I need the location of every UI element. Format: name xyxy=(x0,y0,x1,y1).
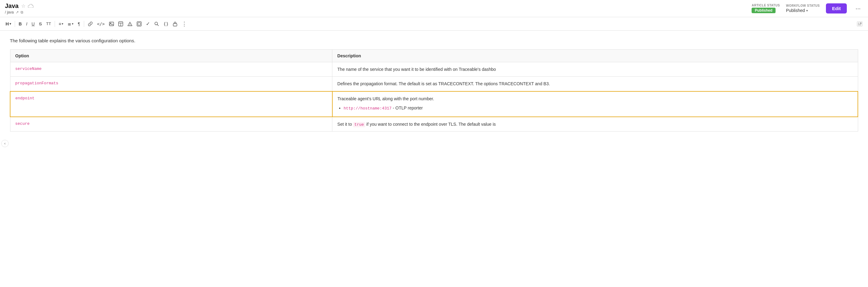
table-row: secure Set it to true if you want to con… xyxy=(10,117,858,132)
top-bar: Java ☆ / java ↗ ⧉ ARTICLE STATUS Publish… xyxy=(0,0,868,17)
toolbar-right xyxy=(855,20,864,28)
tt-button[interactable]: TT xyxy=(44,20,53,27)
ordered-list-button[interactable]: ≣ ▾ xyxy=(66,20,75,28)
desc-text-propagationformats: Defines the propagation format. The defa… xyxy=(337,81,550,86)
top-bar-right: ARTICLE STATUS Published WORKFLOW STATUS… xyxy=(752,3,863,13)
option-cell-propagationformats: propagationFormats xyxy=(10,77,332,92)
workflow-status-dropdown[interactable]: Published ▾ xyxy=(786,8,808,13)
heading-button[interactable]: H ▾ xyxy=(4,20,13,28)
desc-text-secure-prefix: Set it to xyxy=(337,122,353,127)
svg-rect-13 xyxy=(860,23,862,24)
braces-button[interactable]: {} xyxy=(161,20,170,28)
column-header-option: Option xyxy=(10,50,332,62)
article-status-badge: Published xyxy=(752,8,775,13)
desc-cell-secure: Set it to true if you want to connect to… xyxy=(332,117,858,132)
page-title: Java xyxy=(5,2,19,9)
code-option-secure: secure xyxy=(16,121,30,126)
image-right-button[interactable] xyxy=(855,20,864,28)
svg-rect-11 xyxy=(173,24,177,26)
svg-line-10 xyxy=(157,25,158,26)
editor-toolbar: H ▾ B I U S TT ≡ ▾ ≣ ▾ ¶ </> xyxy=(0,17,868,31)
chevron-down-icon: ▾ xyxy=(806,9,808,12)
article-status-label: ARTICLE STATUS xyxy=(752,4,780,7)
workflow-status-group: WORKFLOW STATUS Published ▾ xyxy=(786,4,820,13)
code-option-servicename: serviceName xyxy=(16,67,42,71)
desc-code-secure: true xyxy=(353,122,365,127)
toolbar-separator-3 xyxy=(84,21,84,27)
top-bar-left: Java ☆ / java ↗ ⧉ xyxy=(5,2,752,14)
checkmark-button[interactable]: ✓ xyxy=(144,20,152,28)
toolbar-separator-2 xyxy=(55,21,55,27)
lock-button[interactable] xyxy=(171,20,179,28)
code-option-propagationformats: propagationFormats xyxy=(16,81,58,85)
svg-point-6 xyxy=(130,25,130,26)
title-row: Java ☆ xyxy=(5,2,752,9)
table-row: propagationFormats Defines the propagati… xyxy=(10,77,858,92)
table-row-highlighted: endpoint Traceable agent's URL along wit… xyxy=(10,92,858,117)
snippet-button[interactable] xyxy=(135,20,144,28)
desc-text-servicename: The name of the service that you want it… xyxy=(337,67,496,72)
table-button[interactable] xyxy=(116,20,125,28)
link-button[interactable] xyxy=(86,20,95,28)
warning-button[interactable] xyxy=(126,20,134,28)
content-area: The following table explains the various… xyxy=(0,31,868,139)
cloud-icon[interactable] xyxy=(28,3,33,9)
more-options-toolbar-button[interactable]: ⋮ xyxy=(180,19,189,29)
search-replace-button[interactable] xyxy=(152,20,161,28)
endpoint-bullet-list: http://hostname:4317 - OTLP reporter xyxy=(338,105,852,111)
svg-rect-0 xyxy=(110,22,114,26)
image-button[interactable] xyxy=(107,20,116,28)
toolbar-separator-1 xyxy=(15,21,15,27)
article-status-group: ARTICLE STATUS Published xyxy=(752,4,780,13)
breadcrumb-text: / java xyxy=(5,10,14,14)
code-option-endpoint: endpoint xyxy=(16,96,34,101)
intro-paragraph: The following table explains the various… xyxy=(10,38,858,43)
svg-rect-7 xyxy=(137,22,141,26)
external-link-icon[interactable]: ↗ xyxy=(16,10,19,14)
edit-button[interactable]: Edit xyxy=(826,3,847,13)
svg-rect-8 xyxy=(138,23,141,25)
bullet-list-button[interactable]: ≡ ▾ xyxy=(57,20,65,28)
workflow-status-value: Published xyxy=(786,8,805,13)
endpoint-url-link[interactable]: http://hostname:4317 xyxy=(344,106,392,111)
star-icon[interactable]: ☆ xyxy=(21,3,26,9)
endpoint-url-desc: - OTLP reporter xyxy=(393,105,423,110)
workflow-status-label: WORKFLOW STATUS xyxy=(786,4,820,7)
desc-text-secure-suffix: if you want to connect to the endpoint o… xyxy=(365,122,496,127)
list-item: http://hostname:4317 - OTLP reporter xyxy=(344,105,852,111)
desc-cell-servicename: The name of the service that you want it… xyxy=(332,62,858,77)
more-options-button[interactable]: ··· xyxy=(853,4,863,13)
svg-rect-12 xyxy=(857,22,863,26)
strikethrough-button[interactable]: S xyxy=(37,20,43,28)
column-header-description: Description xyxy=(332,50,858,62)
table-header-row: Option Description xyxy=(10,50,858,62)
desc-text-endpoint-main: Traceable agent's URL along with the por… xyxy=(338,96,434,101)
option-cell-servicename: serviceName xyxy=(10,62,332,77)
code-button[interactable]: </> xyxy=(95,20,106,28)
config-table: Option Description serviceName The name … xyxy=(10,49,858,132)
copy-icon[interactable]: ⧉ xyxy=(21,10,23,14)
desc-cell-endpoint: Traceable agent's URL along with the por… xyxy=(332,92,858,117)
option-cell-secure: secure xyxy=(10,117,332,132)
table-row: serviceName The name of the service that… xyxy=(10,62,858,77)
desc-cell-propagationformats: Defines the propagation format. The defa… xyxy=(332,77,858,92)
bold-button[interactable]: B xyxy=(17,20,24,28)
underline-button[interactable]: U xyxy=(30,20,36,28)
italic-button[interactable]: I xyxy=(24,20,29,28)
option-cell-endpoint: endpoint xyxy=(10,92,332,117)
paragraph-button[interactable]: ¶ xyxy=(76,20,82,28)
breadcrumb: / java ↗ ⧉ xyxy=(5,10,752,14)
